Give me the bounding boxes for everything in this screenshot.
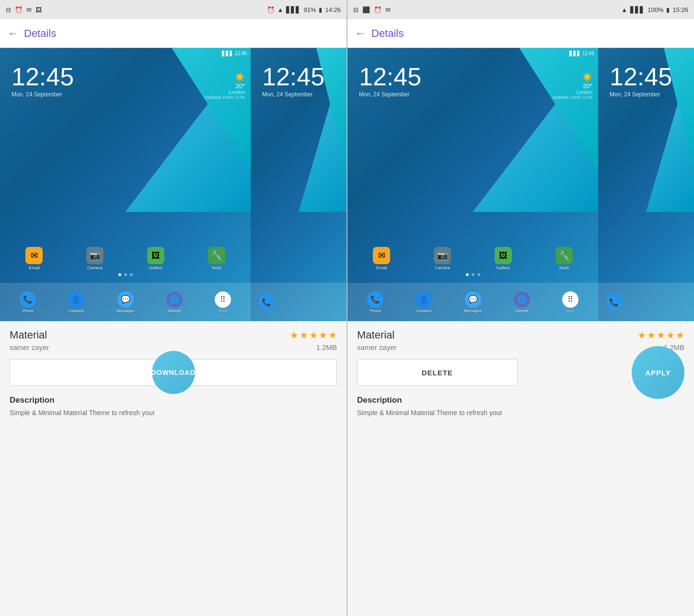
dock-internet-1: 🌐 Internet (166, 291, 183, 313)
author-left: samer zayer (10, 343, 49, 351)
theme-name-right: Material (357, 329, 394, 341)
dock-apps-1: ⠿ Apps (215, 291, 231, 313)
homescreen-1-right: ▋▋▋ 12:45 12:45 Mon, 24 September (347, 48, 598, 321)
dock-messages-r1: 💬 Messages (464, 291, 481, 313)
dock-internet-label-r: Internet (515, 309, 528, 313)
apply-bubble[interactable]: APPLY (632, 346, 684, 399)
status-wifi-right: ▲ (621, 6, 627, 13)
gallery-icon-r: 🖼 (495, 247, 512, 264)
email-icon-r: ✉ (373, 247, 390, 264)
homescreen-2-right: 12:45 Mon, 24 September 📞 (598, 48, 694, 321)
status-clock-icon: ⏰ (267, 6, 275, 13)
status-battery: 91% (303, 6, 316, 13)
status-icons-right: ⊟ ⬛ ⏰ ✉ (353, 6, 391, 13)
back-button-left[interactable]: ← (8, 27, 18, 40)
screenshot-1-left[interactable]: ▋▋▋ 12:45 12:45 Mon, 24 September (0, 48, 251, 321)
star-1: ★ (290, 329, 299, 341)
camera-icon-r: 📷 (434, 247, 451, 264)
details-title-left: Details (24, 27, 56, 40)
dock-messages-label-r: Messages (464, 309, 481, 313)
status-icon-4: 🖼 (35, 6, 42, 13)
dock-internet-label: Internet (168, 309, 181, 313)
status-icon-r1: ⊟ (353, 6, 359, 13)
hs-dock-1: 📞 Phone 👤 Contacts 💬 Messages (0, 283, 251, 321)
email-label-r: Email (376, 266, 387, 270)
file-size-left: 1.2MB (316, 343, 337, 351)
theme-name-left: Material (10, 329, 47, 341)
tools-icon: 🔧 (208, 247, 225, 264)
gallery-label: Gallery (149, 266, 163, 270)
homescreen-bg-1: ▋▋▋ 12:45 12:45 Mon, 24 September (0, 48, 251, 321)
hs-date-2: Mon, 24 September (256, 89, 341, 100)
dot-r2 (472, 273, 474, 276)
title-row-left: Material ★ ★ ★ ★ ★ (10, 329, 337, 341)
stars-right: ★ ★ ★ ★ ★ (637, 329, 684, 341)
status-wifi-icon: ▲ (278, 6, 284, 13)
dock-messages-1: 💬 Messages (116, 291, 134, 313)
hs-app-camera-r: 📷 Camera (434, 247, 451, 270)
hs-app-email: ✉ Email (25, 247, 43, 270)
delete-button[interactable]: DELETE (357, 359, 518, 386)
dock-contacts-label-r: Contacts (416, 309, 432, 313)
star-r3: ★ (657, 329, 665, 341)
hs-clock-1: 12:45 (6, 60, 80, 89)
dock-internet-r1: 🌐 Internet (514, 291, 530, 313)
homescreen-bg-2: 12:45 Mon, 24 September 📞 (251, 48, 347, 321)
hs-app-row-r1: ✉ Email 📷 Camera 🖼 Gallery (351, 247, 594, 270)
hs-status-1: ▋▋▋ 12:45 (0, 48, 251, 58)
hs-weather-temp-r1: 20° (552, 82, 592, 90)
dock-phone-icon-r2: 📞 (606, 294, 622, 310)
dock-internet-icon: 🌐 (166, 291, 183, 308)
screenshot-1-right[interactable]: ▋▋▋ 12:45 12:45 Mon, 24 September (347, 48, 598, 321)
tools-label: Tools (211, 266, 221, 270)
screenshot-2-left[interactable]: 12:45 Mon, 24 September 📞 (251, 48, 347, 321)
star-2: ★ (300, 329, 308, 341)
hs-app-icons-r1: ✉ Email 📷 Camera 🖼 Gallery (347, 247, 598, 278)
hs-status-right-r1: ▋▋▋ 12:45 (569, 51, 594, 56)
status-icon-1: ⊟ (6, 6, 11, 13)
hs-date-r1: Mon, 24 September (353, 89, 427, 100)
description-title-left: Description (10, 395, 337, 405)
screenshot-2-right[interactable]: 12:45 Mon, 24 September 📞 (598, 48, 694, 321)
email-icon: ✉ (25, 247, 43, 264)
dock-apps-label: Apps (218, 309, 227, 313)
homescreen-bg-r2: 12:45 Mon, 24 September 📞 (598, 48, 694, 321)
status-signal-right: ▋▋▋ (630, 6, 645, 13)
gallery-label-r: Gallery (497, 266, 510, 270)
hs-status-2 (251, 48, 347, 58)
dock-contacts-icon: 👤 (68, 291, 84, 308)
download-bubble[interactable]: DOWNLOAD (152, 351, 195, 394)
dock-phone-label-r: Phone (370, 309, 381, 313)
description-right: Description Simple & Minimal Material Th… (357, 395, 684, 418)
hs-clock-2: 12:45 (256, 60, 341, 89)
hs-dock-r1: 📞 Phone 👤 Contacts 💬 Messages (347, 283, 598, 321)
info-section-right: Material ★ ★ ★ ★ ★ samer zayer 1.2MB DEL… (347, 321, 694, 616)
dock-messages-label: Messages (116, 309, 134, 313)
dock-phone-2: 📞 (258, 294, 275, 310)
dock-phone-r1: 📞 Phone (367, 291, 383, 313)
description-text-right: Simple & Minimal Material Theme to refre… (357, 408, 684, 418)
star-r4: ★ (666, 329, 675, 341)
dock-apps-label-r: Apps (566, 309, 574, 313)
details-title-right: Details (371, 27, 404, 40)
dock-phone-1: 📞 Phone (20, 291, 36, 313)
hs-app-email-r: ✉ Email (373, 247, 390, 270)
status-battery-right: 100% (648, 6, 663, 13)
dock-phone-r2: 📞 (606, 294, 622, 310)
stars-left: ★ ★ ★ ★ ★ (290, 329, 337, 341)
dock-internet-icon-r: 🌐 (514, 291, 530, 308)
hs-weather-city-r1: London (552, 90, 592, 95)
star-3: ★ (309, 329, 318, 341)
back-button-right[interactable]: ← (355, 27, 366, 40)
dot-r1 (466, 273, 469, 276)
status-time: 14:26 (325, 6, 341, 13)
hs-app-camera: 📷 Camera (86, 247, 104, 270)
hs-weather-updated-r1: Updated 14/09 12:45 (552, 95, 592, 100)
gallery-icon: 🖼 (147, 247, 164, 264)
top-bar-left: ← Details (0, 19, 347, 48)
hs-app-gallery-r: 🖼 Gallery (495, 247, 512, 270)
dock-phone-icon-2: 📞 (258, 294, 275, 310)
status-signal-icon: ▋▋▋ (286, 6, 301, 13)
star-r1: ★ (637, 329, 646, 341)
dock-phone-label: Phone (23, 309, 34, 313)
